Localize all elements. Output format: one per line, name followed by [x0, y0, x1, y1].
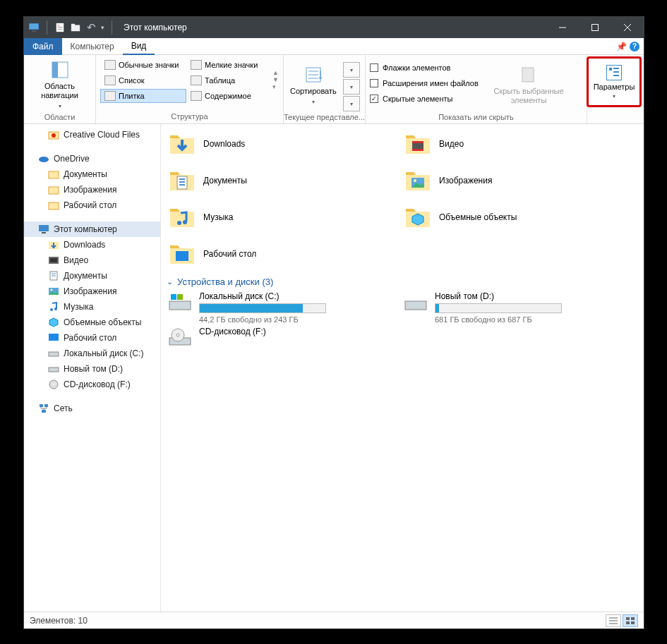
network-icon	[38, 403, 49, 414]
maximize-button[interactable]	[579, 17, 611, 38]
svg-rect-4	[58, 25, 60, 26]
sizecol-dd[interactable]: ▾	[343, 96, 360, 111]
minimize-button[interactable]	[546, 17, 579, 38]
disk-icon	[48, 363, 59, 375]
tree-creative[interactable]: Creative Cloud Files	[24, 127, 160, 142]
drive-c[interactable]: Локальный диск (C:) 44,2 ГБ свободно из …	[168, 291, 351, 324]
disk-icon	[48, 348, 59, 359]
folder-images[interactable]: Изображения	[404, 164, 637, 198]
svg-rect-58	[169, 301, 191, 310]
chk-extensions[interactable]: Расширения имен файлов	[370, 76, 483, 90]
drive-d[interactable]: Новый том (D:) 681 ГБ свободно из 687 ГБ	[404, 291, 587, 324]
close-button[interactable]	[611, 17, 644, 38]
svg-point-37	[54, 308, 57, 310]
help-icon[interactable]: ?	[630, 42, 639, 51]
navigation-pane[interactable]: Creative Cloud Files OneDrive Документы …	[24, 124, 161, 612]
layout-small[interactable]: Мелкие значки	[186, 58, 272, 72]
tree-od-imgs[interactable]: Изображения	[24, 182, 160, 198]
tree-music[interactable]: Музыка	[24, 299, 160, 315]
svg-point-35	[51, 289, 53, 291]
undo-icon[interactable]: ↶	[85, 22, 97, 33]
tree-disk-d[interactable]: Новый том (D:)	[24, 361, 160, 377]
cd-icon	[48, 379, 59, 390]
folder-video[interactable]: Видео	[404, 127, 637, 161]
3d-icon	[48, 317, 59, 328]
desktop-icon	[48, 332, 59, 344]
window-title: Этот компьютер	[124, 23, 187, 32]
tree-od-desk[interactable]: Рабочий стол	[24, 198, 160, 213]
tree-imgs[interactable]: Изображения	[24, 284, 160, 299]
onedrive-icon	[38, 153, 49, 164]
svg-rect-14	[52, 62, 58, 78]
tree-disk-c[interactable]: Локальный диск (C:)	[24, 346, 160, 361]
tab-file[interactable]: Файл	[24, 38, 62, 55]
svg-rect-45	[42, 410, 46, 413]
chk-hidden[interactable]: ✓Скрытые элементы	[370, 92, 483, 106]
properties-icon[interactable]	[54, 22, 66, 33]
tree-od-docs[interactable]: Документы	[24, 166, 160, 182]
drive-f[interactable]: CD-дисковод (F:)	[168, 327, 351, 348]
view-details-button[interactable]	[606, 614, 621, 627]
navpane-label: Область навигации	[35, 82, 85, 100]
drive-icon	[168, 291, 193, 312]
group-label-areas: Области	[24, 113, 95, 124]
tree-docs[interactable]: Документы	[24, 268, 160, 284]
folder-icon	[48, 184, 59, 195]
tree-video[interactable]: Видео	[24, 253, 160, 268]
folder-docs[interactable]: Документы	[168, 164, 401, 198]
drive-c-fill	[200, 304, 303, 312]
svg-rect-40	[49, 367, 59, 372]
newfolder-icon[interactable]	[70, 22, 81, 33]
status-text: Элементов: 10	[30, 616, 88, 626]
layout-list[interactable]: Список	[100, 73, 186, 87]
svg-rect-5	[58, 27, 63, 28]
tree-downloads[interactable]: Downloads	[24, 237, 160, 253]
folder-desktop[interactable]: Рабочий стол	[168, 237, 401, 271]
params-icon	[606, 65, 622, 80]
folder-music[interactable]: Музыка	[168, 200, 401, 234]
svg-rect-23	[49, 171, 59, 178]
folder-3d[interactable]: Объемные объекты	[404, 200, 637, 234]
tree-desk[interactable]: Рабочий стол	[24, 330, 160, 346]
params-label: Параметры	[594, 83, 635, 91]
chk-flags[interactable]: Флажки элементов	[370, 61, 483, 75]
layout-tiles[interactable]: Плитка	[100, 89, 186, 103]
groupby-dd[interactable]: ▾	[343, 62, 360, 78]
tab-view[interactable]: Вид	[123, 38, 155, 55]
navpane-button[interactable]: Область навигации ▾	[35, 58, 85, 113]
svg-rect-27	[42, 232, 46, 233]
tree-3d[interactable]: Объемные объекты	[24, 315, 160, 330]
layout-content[interactable]: Содержимое	[186, 89, 272, 103]
svg-point-64	[176, 334, 179, 336]
svg-rect-44	[44, 404, 48, 407]
tabstrip: Файл Компьютер Вид 📌 ?	[24, 38, 644, 55]
svg-rect-60	[177, 294, 183, 300]
layout-normal[interactable]: Обычные значки	[100, 58, 186, 72]
svg-rect-38	[49, 334, 59, 341]
cd-icon	[168, 327, 193, 348]
svg-rect-25	[49, 202, 59, 209]
layout-table[interactable]: Таблица	[186, 73, 272, 87]
svg-rect-61	[405, 301, 426, 310]
svg-rect-68	[626, 617, 630, 620]
svg-rect-7	[71, 25, 80, 32]
tree-onedrive[interactable]: OneDrive	[24, 151, 160, 166]
documents-icon	[48, 270, 59, 281]
group-label-layout: Структура	[96, 112, 283, 123]
addcol-dd[interactable]: ▾	[343, 79, 360, 95]
content-area[interactable]: Downloads Видео Документы Изображения Му…	[161, 124, 644, 612]
tab-computer[interactable]: Компьютер	[62, 38, 123, 55]
svg-rect-39	[49, 352, 59, 356]
pin-icon[interactable]: 📌	[616, 42, 627, 51]
folder-downloads[interactable]: Downloads	[168, 127, 401, 161]
folders-grid: Downloads Видео Документы Изображения Му…	[168, 127, 637, 271]
view-tiles-button[interactable]	[623, 614, 638, 627]
images-icon	[48, 286, 59, 297]
sort-button[interactable]: Сортировать▾	[288, 58, 339, 113]
devices-header[interactable]: ⌄ Устройства и диски (3)	[167, 277, 637, 287]
svg-rect-26	[39, 225, 49, 231]
tree-network[interactable]: Сеть	[24, 401, 160, 416]
tree-cdrom[interactable]: CD-дисковод (F:)	[24, 377, 160, 392]
params-button[interactable]: Параметры ▾	[587, 56, 642, 107]
tree-thispc[interactable]: Этот компьютер	[24, 221, 160, 237]
